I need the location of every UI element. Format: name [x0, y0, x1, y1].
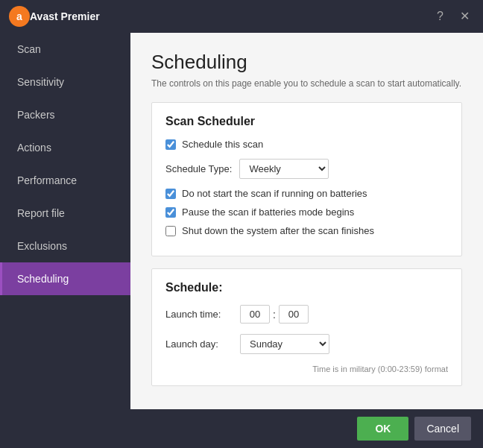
launch-hour-input[interactable]: [240, 305, 270, 324]
schedule-type-select[interactable]: Weekly Daily Monthly: [239, 159, 329, 179]
schedule-section-title: Schedule:: [165, 281, 448, 294]
sidebar-item-exclusions[interactable]: Exclusions: [0, 230, 130, 262]
scan-scheduler-section: Scan Scheduler Schedule this scan Schedu…: [151, 102, 462, 256]
shutdown-row: Shut down the system after the scan fini…: [165, 225, 448, 236]
schedule-this-scan-row: Schedule this scan: [165, 139, 448, 150]
ok-button[interactable]: OK: [357, 417, 408, 441]
close-button[interactable]: ✕: [455, 9, 474, 24]
sidebar-item-sensitivity[interactable]: Sensitivity: [0, 66, 130, 98]
pause-battery-row: Pause the scan if batteries mode begins: [165, 206, 448, 218]
sidebar-item-performance[interactable]: Performance: [0, 164, 130, 197]
sidebar-item-scheduling[interactable]: Scheduling: [0, 262, 130, 295]
pause-battery-label: Pause the scan if batteries mode begins: [182, 206, 354, 218]
sidebar: Scan Sensitivity Packers Actions Perform…: [0, 33, 130, 409]
dialog-window: a Avast Premier ? ✕ Scan Sensitivity Pac…: [0, 0, 483, 448]
app-logo: a: [9, 6, 30, 27]
cancel-button[interactable]: Cancel: [414, 417, 471, 441]
schedule-type-label: Schedule Type:: [165, 163, 232, 174]
launch-day-row: Launch day: Sunday Monday Tuesday Wednes…: [165, 334, 448, 354]
shutdown-label: Shut down the system after the scan fini…: [182, 225, 374, 236]
title-bar: a Avast Premier ? ✕: [0, 0, 483, 33]
app-title: Avast Premier: [30, 10, 432, 22]
help-button[interactable]: ?: [432, 9, 448, 24]
no-battery-row: Do not start the scan if running on batt…: [165, 188, 448, 199]
launch-day-select[interactable]: Sunday Monday Tuesday Wednesday Thursday…: [240, 334, 329, 354]
sidebar-item-packers[interactable]: Packers: [0, 98, 130, 131]
no-battery-checkbox[interactable]: [165, 189, 176, 199]
schedule-this-scan-checkbox[interactable]: [165, 139, 176, 150]
military-note: Time is in military (0:00-23:59) format: [165, 365, 448, 373]
pause-battery-checkbox[interactable]: [165, 207, 176, 218]
footer: OK Cancel: [0, 409, 483, 448]
launch-time-row: Launch time: :: [165, 305, 448, 324]
shutdown-checkbox[interactable]: [165, 226, 176, 236]
sidebar-item-scan[interactable]: Scan: [0, 33, 130, 66]
page-title: Scheduling: [151, 51, 462, 74]
launch-minute-input[interactable]: [279, 305, 309, 324]
launch-day-label: Launch day:: [165, 338, 240, 350]
window-controls: ? ✕: [432, 9, 474, 24]
schedule-type-row: Schedule Type: Weekly Daily Monthly: [165, 159, 448, 179]
no-battery-label: Do not start the scan if running on batt…: [182, 188, 367, 199]
page-description: The controls on this page enable you to …: [151, 78, 462, 89]
time-separator: :: [273, 309, 276, 321]
launch-time-label: Launch time:: [165, 309, 240, 320]
main-content: Scan Sensitivity Packers Actions Perform…: [0, 33, 483, 409]
schedule-section: Schedule: Launch time: : Launch day: Sun…: [151, 268, 462, 386]
scan-scheduler-title: Scan Scheduler: [165, 115, 448, 128]
sidebar-item-actions[interactable]: Actions: [0, 131, 130, 164]
content-panel: Scheduling The controls on this page ena…: [130, 33, 483, 409]
sidebar-item-report-file[interactable]: Report file: [0, 197, 130, 230]
schedule-this-scan-label: Schedule this scan: [182, 139, 263, 150]
